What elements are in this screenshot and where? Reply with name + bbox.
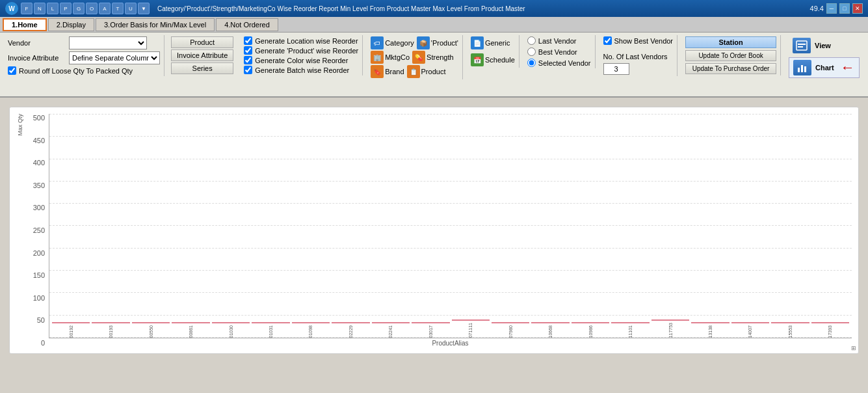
toolbar-icon-n[interactable]: N (34, 3, 46, 14)
toolbar-icon-g[interactable]: G (73, 3, 85, 14)
bar[interactable] (252, 322, 289, 323)
bar-label: 13138 (708, 325, 713, 338)
maximize-button[interactable]: □ (839, 3, 850, 14)
bar-item: 01031 (252, 322, 289, 338)
bar[interactable] (212, 322, 250, 323)
schedule-item[interactable]: 📅 Schedule (471, 53, 515, 66)
generic-label: Generic (485, 39, 510, 47)
category-section: 🏷 Category 📦 'Product' 🏢 MktgCo 💊 Streng… (367, 35, 463, 79)
strength-label: Strength (427, 53, 454, 61)
bar[interactable] (731, 322, 769, 323)
expand-icon[interactable]: ⊞ (851, 345, 856, 351)
bar[interactable] (611, 322, 649, 323)
tab-bar: 1.Home 2.Display 3.Order Basis for Min/M… (0, 17, 868, 33)
brand-item[interactable]: 🔖 Brand (371, 65, 404, 78)
loc-wise-checkbox[interactable] (244, 36, 252, 45)
chart-area: Max Qty 500 450 400 350 300 250 200 150 … (9, 107, 859, 354)
bar[interactable] (531, 322, 569, 323)
bar-label: 00550 (149, 325, 153, 338)
bar[interactable] (372, 322, 410, 323)
bar-item: 071111 (452, 319, 490, 338)
bar[interactable] (811, 322, 849, 323)
update-purchase-button[interactable]: Update To Purchase Order (685, 63, 776, 74)
bar[interactable] (651, 319, 689, 321)
round-off-checkbox[interactable] (8, 66, 16, 75)
tab-home[interactable]: 1.Home (3, 18, 47, 31)
product2-item[interactable]: 📋 Product (407, 65, 446, 78)
toolbar-icon-u[interactable]: U (125, 3, 137, 14)
show-best-vendor-checkbox[interactable] (603, 36, 612, 45)
color-wise-checkbox[interactable] (244, 56, 252, 64)
arrow-indicator: ← (841, 59, 855, 76)
mktgco-item[interactable]: 🏢 MktgCo (371, 51, 410, 64)
tab-order-basis[interactable]: 3.Order Basis for Min/Max Level (96, 18, 215, 31)
generic-item[interactable]: 📄 Generic (471, 36, 515, 49)
svg-rect-1 (798, 44, 806, 45)
bar[interactable] (492, 322, 529, 323)
bar[interactable] (332, 322, 369, 323)
bar-label: 00861 (189, 325, 193, 338)
bar[interactable] (92, 322, 129, 323)
prod-wise-checkbox[interactable] (244, 46, 252, 55)
close-button[interactable]: ✕ (852, 3, 863, 14)
bar-item: 10668 (531, 322, 569, 338)
bar[interactable] (172, 322, 209, 323)
view-label: View (815, 42, 831, 49)
toolbar-icon-p[interactable]: P (60, 3, 72, 14)
app-logo: W (5, 2, 18, 15)
bar-label: 117753 (668, 323, 673, 338)
bar[interactable] (691, 322, 729, 323)
best-vendor-label: Best Vendor (538, 48, 577, 56)
bar-label: 03017 (428, 325, 433, 338)
product-str-icon: 📦 (417, 36, 430, 49)
bar-item: 11101 (611, 322, 649, 338)
show-best-vendor-label: Show Best Vendor (614, 37, 674, 45)
show-vendor-section: Show Best Vendor No. Of Last Vendors (599, 35, 678, 76)
category-item[interactable]: 🏷 Category (371, 36, 414, 49)
strength-item[interactable]: 💊 Strength (412, 51, 454, 64)
tab-display[interactable]: 2.Display (48, 18, 94, 31)
station-button[interactable]: Station (685, 36, 776, 48)
bars-row: 0019200193005500086101030010310109802229… (49, 114, 852, 338)
toolbar-icon-t[interactable]: T (112, 3, 124, 14)
last-vendor-radio[interactable] (527, 36, 536, 45)
bar[interactable] (572, 322, 609, 323)
product-button[interactable]: Product (171, 36, 233, 48)
category-icon: 🏷 (371, 36, 384, 49)
series-button[interactable]: Series (171, 62, 233, 74)
bar[interactable] (452, 319, 490, 321)
invoice-attribute-button[interactable]: Invoice Attribute (171, 49, 233, 61)
bar-item: 02229 (332, 322, 369, 338)
invoice-attribute-select[interactable]: Define Separate Column (69, 51, 160, 64)
bar[interactable] (771, 322, 809, 323)
vendor-radio-section: Last Vendor Best Vendor Selected Vendor (523, 35, 596, 68)
chart-item[interactable]: Chart ← (789, 57, 860, 78)
bar-label: 00193 (109, 325, 113, 338)
toolbar-icon-l[interactable]: L (47, 3, 59, 14)
tab-not-ordered[interactable]: 4.Not Ordered (216, 18, 278, 31)
view-item[interactable]: View (789, 36, 860, 55)
num-last-vendors-input[interactable] (603, 63, 629, 75)
update-order-button[interactable]: Update To Order Book (685, 50, 776, 61)
version-label: 49.4 (810, 5, 824, 12)
vendor-select[interactable] (69, 36, 147, 49)
bar-item: 00861 (172, 322, 209, 338)
bar[interactable] (52, 322, 90, 323)
bar[interactable] (132, 322, 170, 323)
bar-label: 01031 (269, 325, 273, 338)
batch-wise-checkbox[interactable] (244, 66, 252, 74)
toolbar-icon-dropdown[interactable]: ▼ (138, 3, 150, 14)
best-vendor-radio[interactable] (527, 47, 536, 56)
bar-item: 17393 (811, 322, 849, 338)
bar[interactable] (292, 322, 330, 323)
toolbar-icon-o[interactable]: O (86, 3, 98, 14)
toolbar-icon-a[interactable]: A (99, 3, 111, 14)
selected-vendor-radio[interactable] (527, 59, 536, 67)
toolbar-icon-f[interactable]: F (21, 3, 33, 14)
bar-item: 03017 (412, 322, 449, 338)
minimize-button[interactable]: ─ (826, 3, 837, 14)
product-str-item[interactable]: 📦 'Product' (417, 36, 458, 49)
bars-area: 0019200193005500086101030010310109802229… (49, 114, 852, 338)
bar-label: 07980 (508, 325, 513, 338)
bar[interactable] (412, 322, 449, 323)
